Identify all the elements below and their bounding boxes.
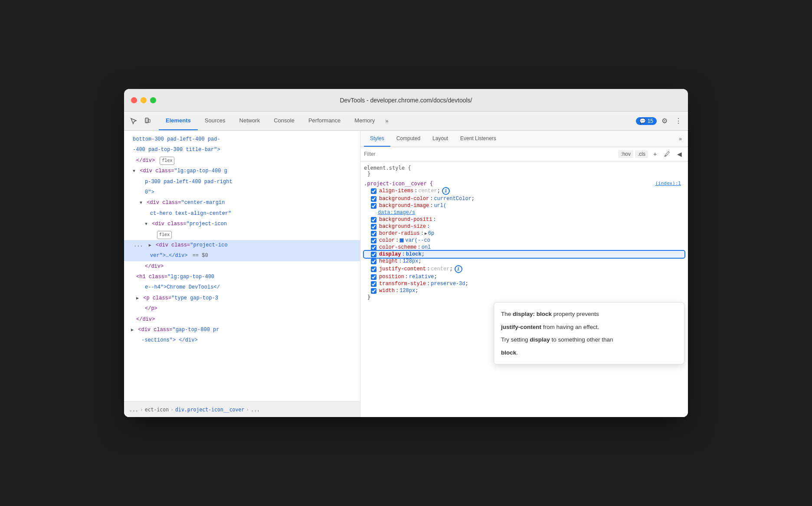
tab-console[interactable]: Console [267, 112, 301, 130]
prop-checkbox-color-scheme[interactable] [371, 245, 377, 250]
menu-icon[interactable]: ⋮ [672, 115, 684, 127]
breadcrumb-project-icon-cover[interactable]: div.project-icon__cover [175, 407, 244, 413]
css-prop-border-radius: border-radius : ▶ 6p [364, 230, 684, 237]
dom-line[interactable]: <h1 class="lg:gap-top-400 [124, 272, 360, 282]
dom-line[interactable]: ▶ <p class="type gap-top-3 [124, 293, 360, 303]
breadcrumb-ect-icon[interactable]: ect-icon [145, 407, 169, 413]
css-prop-transform-style: transform-style : preserve-3d ; [364, 280, 684, 287]
window-title: DevTools - developer.chrome.com/docs/dev… [340, 97, 472, 104]
tab-sources[interactable]: Sources [198, 112, 232, 130]
dom-panel: bottom-300 pad-left-400 pad- -400 pad-to… [124, 131, 360, 417]
flex-badge[interactable]: flex [157, 231, 172, 239]
styles-content[interactable]: element.style { } .project-icon__cover {… [360, 161, 688, 417]
tab-elements[interactable]: Elements [159, 112, 198, 130]
filter-bar: :hov .cls + 🖊 ◀ [360, 147, 688, 161]
dom-line[interactable]: e--h4">Chrome DevTools</ [124, 282, 360, 292]
prop-checkbox-align-items[interactable] [371, 188, 377, 194]
dom-line[interactable]: </p> [124, 303, 360, 314]
css-prop-color-scheme: color-scheme : onl [364, 244, 684, 251]
prop-checkbox-bg-position[interactable] [371, 217, 377, 223]
dom-tree[interactable]: bottom-300 pad-left-400 pad- -400 pad-to… [124, 131, 360, 401]
tab-computed[interactable]: Computed [390, 131, 426, 147]
cls-button[interactable]: .cls [635, 150, 648, 158]
dom-line[interactable]: flex [124, 230, 360, 240]
filter-actions: :hov .cls + 🖊 ◀ [618, 149, 684, 159]
dom-line[interactable]: </div> [124, 261, 360, 272]
tab-styles[interactable]: Styles [364, 131, 390, 147]
maximize-button[interactable] [150, 97, 156, 103]
dom-line[interactable]: ▼ <div class="project-icon [124, 219, 360, 229]
tab-memory[interactable]: Memory [347, 112, 382, 130]
device-toggle-icon[interactable] [141, 115, 154, 127]
prop-checkbox-bg-color[interactable] [371, 196, 377, 202]
settings-icon[interactable]: ⚙ [658, 115, 671, 127]
prop-checkbox-width[interactable] [371, 288, 377, 294]
toolbar-right: 💬 15 ⚙ ⋮ [636, 115, 684, 127]
element-style-rule: element.style { } [364, 165, 684, 177]
tooltip-box: The display: block property prevents jus… [494, 302, 684, 365]
devtools-window: DevTools - developer.chrome.com/docs/dev… [124, 89, 688, 417]
prop-checkbox-height[interactable] [371, 259, 377, 264]
devtools-main: bottom-300 pad-left-400 pad- -400 pad-to… [124, 131, 688, 417]
breadcrumb: ... › ect-icon › div.project-icon__cover… [124, 401, 360, 417]
element-picker-icon[interactable] [128, 115, 140, 127]
css-prop-background-color: background-color : currentColor ; [364, 195, 684, 202]
prop-checkbox-color[interactable] [371, 238, 377, 243]
traffic-lights [131, 97, 156, 103]
css-location[interactable]: (index):1 [655, 181, 681, 186]
styles-panel: Styles Computed Layout Event Listeners »… [360, 131, 688, 417]
dom-line[interactable]: ▶ <div class="gap-top-800 pr [124, 325, 360, 335]
flex-badge[interactable]: flex [160, 157, 174, 165]
dom-line[interactable]: ct-hero text-align-center" [124, 208, 360, 219]
prop-checkbox-justify-content[interactable] [371, 266, 377, 272]
dom-line[interactable]: </div> flex [124, 155, 360, 166]
project-icon-cover-rule: .project-icon__cover { (index):1 align-i… [364, 181, 684, 300]
dom-line[interactable]: p-300 pad-left-400 pad-right [124, 177, 360, 187]
prop-checkbox-position[interactable] [371, 274, 377, 280]
dom-line[interactable]: -sections"> </div> [124, 335, 360, 345]
hov-button[interactable]: :hov [618, 150, 633, 158]
dom-line[interactable]: 0"> [124, 187, 360, 197]
close-button[interactable] [131, 97, 137, 103]
prop-checkbox-transform-style[interactable] [371, 281, 377, 287]
new-style-sheet-button[interactable]: 🖊 [662, 149, 672, 159]
back-button[interactable]: ◀ [674, 149, 684, 159]
triangle-expand[interactable]: ▶ [425, 231, 427, 236]
css-prop-height: height : 128px ; [364, 258, 684, 265]
prop-checkbox-display[interactable] [371, 252, 377, 257]
dom-line[interactable]: -400 pad-top-300 title-bar"> [124, 145, 360, 155]
css-prop-display: display : block ; [364, 251, 684, 258]
breadcrumb-ellipsis-right[interactable]: ... [251, 407, 260, 413]
css-prop-background-size: background-size : [364, 223, 684, 230]
prop-checkbox-bg-size[interactable] [371, 224, 377, 230]
dom-line-selected[interactable]: ... ▶ <div class="project-ico [124, 240, 360, 250]
dom-line[interactable]: bottom-300 pad-left-400 pad- [124, 134, 360, 145]
prop-checkbox-bg-image[interactable] [371, 203, 377, 209]
styles-tabs: Styles Computed Layout Event Listeners » [360, 131, 688, 147]
more-tabs-button[interactable]: » [382, 116, 392, 126]
css-prop-position: position : relative ; [364, 273, 684, 280]
dom-line-selected-cont[interactable]: ver">…</div> == $0 [124, 250, 360, 261]
info-icon-justify-content[interactable]: i [455, 265, 462, 273]
toolbar-left-icons [128, 115, 154, 127]
styles-more-button[interactable]: » [676, 134, 684, 144]
breadcrumb-ellipsis-left[interactable]: ... [129, 407, 138, 413]
prop-checkbox-border-radius[interactable] [371, 231, 377, 237]
tab-layout[interactable]: Layout [426, 131, 454, 147]
titlebar: DevTools - developer.chrome.com/docs/dev… [124, 89, 688, 112]
tab-event-listeners[interactable]: Event Listeners [454, 131, 502, 147]
add-style-button[interactable]: + [650, 149, 660, 159]
info-icon-align-items[interactable]: i [442, 187, 450, 195]
filter-input[interactable] [364, 151, 615, 157]
tab-network[interactable]: Network [232, 112, 267, 130]
minimize-button[interactable] [141, 97, 147, 103]
main-tabs: Elements Sources Network Console Perform… [159, 112, 636, 130]
chat-icon: 💬 [639, 118, 646, 124]
dom-line[interactable]: </div> [124, 314, 360, 325]
color-swatch[interactable] [399, 238, 404, 243]
notifications-badge[interactable]: 💬 15 [636, 117, 657, 125]
dom-line[interactable]: ▼ <div class="center-margin [124, 197, 360, 208]
css-prop-width: width : 128px ; [364, 287, 684, 294]
dom-line[interactable]: ▼ <div class="lg:gap-top-400 g [124, 166, 360, 176]
tab-performance[interactable]: Performance [301, 112, 347, 130]
